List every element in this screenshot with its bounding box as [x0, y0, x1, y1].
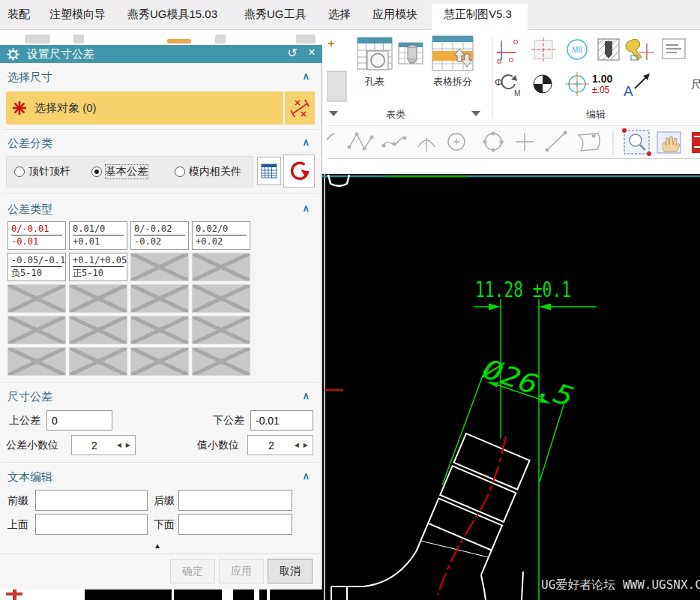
chevron-up-icon[interactable]: ∧ — [302, 470, 310, 482]
pan-tool-icon[interactable] — [657, 132, 681, 153]
tolerance-preset-empty — [192, 284, 250, 313]
chevron-up-icon[interactable]: ∧ — [302, 136, 310, 148]
below-label: 下面 — [154, 518, 175, 532]
section-tolerance-type[interactable]: 公差类型 — [7, 202, 52, 217]
svg-text:M8: M8 — [572, 46, 582, 54]
stepper-decrement-icon[interactable]: ◀ — [117, 442, 121, 448]
radio-ejector-pin[interactable]: 顶针顶杆 — [14, 165, 70, 178]
apply-button[interactable]: 应用 — [219, 559, 264, 584]
menu-yanxiu-mold[interactable]: 燕秀UG模具15.03 — [127, 8, 217, 22]
tab-huizheng-active[interactable]: 慧正制图V5.3 — [444, 8, 512, 22]
crosshair-circle-icon[interactable] — [565, 72, 589, 96]
radio-basic-tolerance[interactable]: 基本公差 — [91, 165, 148, 178]
linear-dimension-text[interactable]: 11.28 ±0.1 — [475, 277, 571, 302]
hole-table-icon[interactable] — [357, 38, 392, 70]
section-dimension-tolerance[interactable]: 尺寸公差 — [7, 390, 52, 404]
sheet-body-icon[interactable] — [579, 134, 600, 151]
upper-tolerance-input[interactable] — [46, 410, 112, 430]
divider — [0, 554, 322, 554]
menu-yanxiu-tools[interactable]: 燕秀UG工具 — [244, 8, 307, 22]
tolerance-preset[interactable]: 0/-0.01-0.01 — [7, 221, 66, 250]
radio-in-mold-parts[interactable]: 模内相关件 — [175, 165, 241, 178]
table-group-dropdown-icon[interactable] — [471, 111, 480, 116]
cancel-button[interactable]: 取消 — [268, 559, 313, 584]
select-object-row[interactable]: 选择对象 (0) — [6, 92, 283, 124]
tolerance-decimals-stepper[interactable]: 2 ◀▶ — [71, 435, 136, 455]
thread-callout-icon[interactable]: M8 — [567, 40, 587, 59]
annotation-letter-icon[interactable]: A — [624, 74, 650, 99]
tolerance-preset-empty — [192, 347, 250, 376]
dialog-titlebar[interactable]: 设置尺寸公差 ↺ × — [0, 45, 322, 63]
menu-assembly[interactable]: 装配 — [7, 8, 30, 22]
svg-text:M: M — [514, 89, 520, 98]
menu-select[interactable]: 选择 — [328, 8, 351, 22]
rotate-dim-icon[interactable]: Φ M — [495, 75, 520, 98]
refresh-arrow-icon — [287, 159, 311, 183]
ordinate-dim-icon[interactable] — [497, 40, 518, 64]
divider — [3, 129, 318, 130]
table-split-icon[interactable] — [432, 36, 473, 70]
tolerance-preset[interactable]: -0.05/-0.1负5-10 — [7, 253, 66, 281]
tolerance-preset-empty — [7, 284, 66, 313]
section-bolt-icon[interactable] — [598, 39, 619, 60]
radio-circle-icon — [14, 166, 25, 177]
point-cross-icon[interactable] — [516, 133, 534, 151]
table-split-label[interactable]: 表格拆分 — [426, 75, 480, 88]
section-text-edit[interactable]: 文本编辑 — [7, 470, 52, 484]
stepper-decrement-icon[interactable]: ◀ — [295, 442, 299, 448]
chevron-up-icon[interactable]: ∧ — [302, 390, 310, 401]
ok-button[interactable]: 确定 — [170, 559, 215, 584]
radio-label: 顶针顶杆 — [28, 165, 70, 178]
polyline-snap-icon[interactable] — [349, 134, 372, 148]
hole-table-label[interactable]: 孔表 — [357, 75, 392, 88]
above-input[interactable] — [35, 514, 148, 535]
prefix-input[interactable] — [35, 490, 148, 511]
tolerance-table-button[interactable] — [257, 157, 281, 185]
menu-mold-wizard[interactable]: 注塑模向导 — [49, 8, 106, 22]
tolerance-preset-empty — [130, 253, 189, 281]
section-select-dimension[interactable]: 选择尺寸 — [7, 70, 52, 85]
lower-tolerance-input[interactable] — [250, 410, 313, 430]
chevron-up-icon[interactable]: ∧ — [302, 70, 310, 82]
note-icon[interactable] — [663, 39, 685, 58]
fit-view-icon[interactable] — [692, 132, 700, 153]
tangent-arc-icon[interactable] — [418, 138, 435, 152]
tolerance-preset-empty — [7, 347, 66, 376]
tolerance-preset[interactable]: +0.1/+0.05正5-10 — [69, 253, 127, 281]
tolerance-preset[interactable]: 0.02/0+0.02 — [192, 221, 250, 250]
value-decimals-stepper[interactable]: 2 ◀▶ — [247, 435, 313, 455]
dimension-pick-button[interactable] — [285, 92, 315, 124]
close-icon[interactable]: × — [304, 46, 319, 59]
chevron-up-icon[interactable]: ∧ — [302, 202, 310, 214]
balanced-circle-icon[interactable] — [534, 75, 552, 93]
cad-viewport[interactable]: 11.28 ±0.1 Ø26.5 UG爱好者论坛 WWW.UGSNX.COM — [322, 174, 700, 600]
tolerance-preset-grid: 0/-0.01-0.01 0.01/0+0.01 0/-0.02-0.02 0.… — [7, 221, 255, 376]
suffix-input[interactable] — [178, 490, 292, 511]
refresh-tolerance-button[interactable] — [283, 154, 315, 188]
tolerance-preset-empty — [192, 316, 250, 344]
tolerance-preset[interactable]: 0.01/0+0.01 — [69, 221, 127, 250]
tolerance-dialog: 设置尺寸公差 ↺ × 选择尺寸 ∧ 选择对象 (0) — [0, 45, 322, 590]
circle-points-icon[interactable] — [485, 134, 501, 150]
reset-icon[interactable]: ↺ — [285, 46, 300, 60]
center-mark-icon[interactable] — [531, 38, 555, 62]
datum-cross-icon — [0, 590, 30, 600]
table-pin-icon[interactable] — [399, 43, 423, 64]
clipped-icon-fragment — [215, 34, 226, 44]
edit-tool-wrench-icon[interactable] — [626, 39, 654, 60]
below-input[interactable] — [178, 514, 292, 535]
tolerance-decimals-label: 公差小数位 — [6, 439, 58, 452]
tolerance-preset[interactable]: 0/-0.02-0.02 — [130, 221, 189, 250]
svg-text:A: A — [624, 83, 633, 99]
stepper-increment-icon[interactable]: ▶ — [126, 442, 130, 448]
app-window: 装配 注塑模向导 燕秀UG模具15.03 燕秀UG工具 选择 应用模块 慧正制图… — [0, 0, 700, 600]
stepper-increment-icon[interactable]: ▶ — [304, 442, 308, 448]
line-snap-icon[interactable] — [547, 133, 565, 150]
value-decimals-label: 值小数位 — [197, 439, 239, 452]
section-tolerance-class[interactable]: 公差分类 — [7, 136, 52, 151]
zoom-tool-icon[interactable] — [622, 128, 651, 156]
menu-application[interactable]: 应用模块 — [372, 8, 417, 22]
collapse-handle-icon[interactable]: ▲ — [154, 542, 161, 550]
ribbon: M8 Φ M — [322, 30, 700, 125]
tolerance-sample-icon[interactable]: 1.00 ±.05 — [592, 73, 612, 95]
